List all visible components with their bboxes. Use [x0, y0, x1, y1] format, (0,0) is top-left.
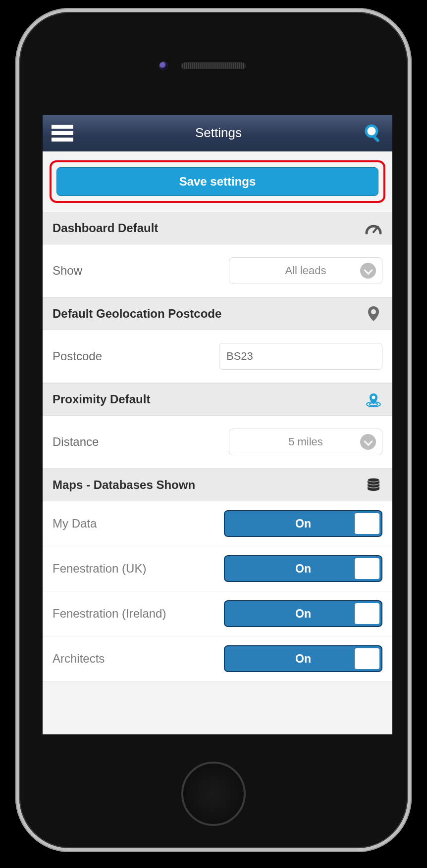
toggle-my-data[interactable]: On — [224, 510, 382, 537]
toggle-row-architects: Architects On — [43, 636, 392, 681]
chevron-down-icon — [360, 263, 376, 279]
phone-camera — [159, 61, 168, 70]
phone-frame: Settings Save settings Dashboard Default — [15, 8, 412, 852]
app-header: Settings — [43, 115, 392, 151]
toggle-label: My Data — [53, 517, 97, 530]
toggle-knob — [355, 513, 379, 534]
app-screen: Settings Save settings Dashboard Default — [43, 115, 392, 734]
menu-icon[interactable] — [52, 125, 73, 142]
distance-select[interactable]: 5 miles — [229, 429, 382, 455]
phone-earpiece — [181, 62, 246, 69]
toggle-state: On — [295, 607, 311, 621]
svg-point-6 — [372, 396, 375, 399]
section-title: Proximity Default — [53, 392, 150, 406]
database-icon — [365, 476, 382, 494]
section-header-proximity: Proximity Default — [43, 383, 392, 416]
save-settings-highlight: Save settings — [50, 160, 385, 203]
section-header-dashboard: Dashboard Default — [43, 212, 392, 244]
toggle-state: On — [295, 517, 311, 530]
row-distance: Distance 5 miles — [43, 416, 392, 469]
section-header-maps: Maps - Databases Shown — [43, 469, 392, 501]
gauge-icon — [365, 219, 382, 237]
phone-home-button[interactable] — [181, 762, 246, 826]
distance-label: Distance — [53, 435, 99, 449]
row-show: Show All leads — [43, 244, 392, 297]
toggle-knob — [355, 648, 379, 669]
distance-select-value: 5 miles — [288, 435, 323, 448]
section-title: Default Geolocation Postcode — [53, 307, 221, 321]
toggle-fenestration-uk[interactable]: On — [224, 555, 382, 582]
section-header-geolocation: Default Geolocation Postcode — [43, 297, 392, 330]
show-select[interactable]: All leads — [229, 257, 382, 284]
toggle-label: Fenestration (Ireland) — [53, 607, 166, 621]
section-title: Maps - Databases Shown — [53, 478, 195, 492]
toggle-row-fenestration-ireland: Fenestration (Ireland) On — [43, 591, 392, 636]
svg-point-3 — [371, 309, 376, 314]
svg-point-0 — [366, 126, 377, 137]
show-select-value: All leads — [285, 264, 326, 277]
postcode-label: Postcode — [53, 349, 102, 363]
show-label: Show — [53, 264, 82, 278]
toggle-state: On — [295, 562, 311, 576]
toggle-fenestration-ireland[interactable]: On — [224, 600, 382, 627]
toggle-knob — [355, 558, 379, 579]
toggle-row-fenestration-uk: Fenestration (UK) On — [43, 546, 392, 591]
toggle-state: On — [295, 652, 311, 666]
pin-icon — [365, 305, 382, 323]
toggle-label: Architects — [53, 652, 105, 666]
page-title: Settings — [195, 125, 242, 141]
toggle-label: Fenestration (UK) — [53, 562, 146, 576]
row-postcode: Postcode — [43, 330, 392, 383]
postcode-input[interactable] — [219, 343, 382, 370]
svg-rect-1 — [373, 136, 380, 143]
chevron-down-icon — [360, 434, 376, 450]
save-settings-button[interactable]: Save settings — [56, 167, 378, 196]
toggle-knob — [355, 603, 379, 624]
search-icon[interactable] — [364, 123, 383, 143]
section-title: Dashboard Default — [53, 221, 158, 235]
toggle-architects[interactable]: On — [224, 645, 382, 672]
location-radius-icon — [365, 390, 382, 408]
toggle-row-my-data: My Data On — [43, 501, 392, 546]
